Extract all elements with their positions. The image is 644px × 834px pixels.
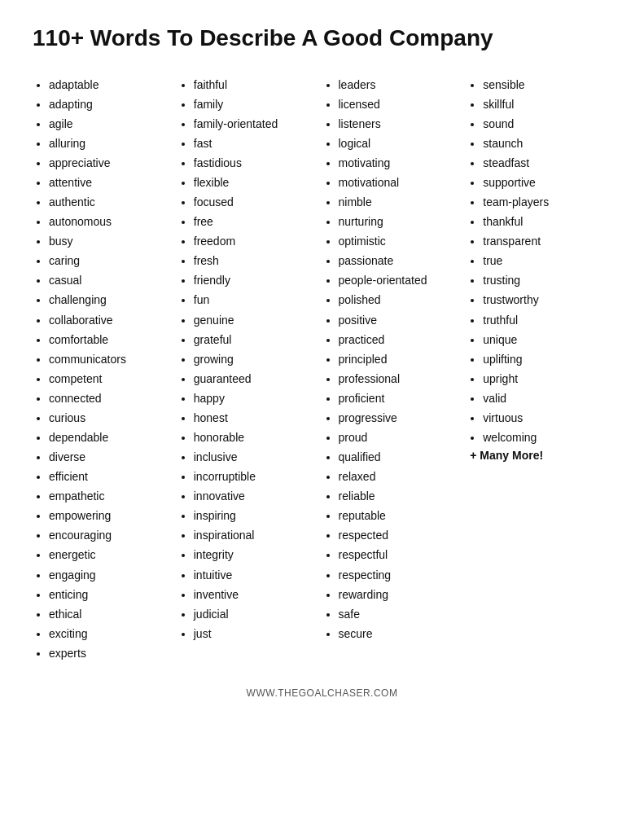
list-item: leaders [339,75,459,94]
list-item: inspiring [194,506,314,525]
list-item: exciting [49,624,169,643]
list-item: optimistic [339,231,459,251]
list-item: integrity [194,545,314,564]
list-item: agile [49,114,169,134]
list-item: fresh [194,251,314,270]
list-item: competent [49,369,169,388]
footer-url: WWW.THEGOALCHASER.COM [33,687,611,699]
list-item: trustworthy [483,290,603,309]
list-item: thankful [483,212,603,231]
list-item: practiced [339,330,459,349]
list-item: guaranteed [194,369,314,388]
list-item: progressive [339,408,459,428]
list-item: focused [194,192,314,212]
list-item: upright [483,369,603,388]
list-item: comfortable [49,330,169,349]
list-item: respectful [339,545,459,564]
list-item: professional [339,369,459,388]
list-item: welcoming [483,428,603,447]
list-item: inspirational [194,525,314,545]
list-item: just [194,624,314,643]
list-item: reliable [339,486,459,506]
list-item: efficient [49,467,169,486]
list-item: people-orientated [339,270,459,290]
list-item: reputable [339,506,459,525]
list-item: happy [194,388,314,408]
list-item: passionate [339,251,459,270]
list-item: freedom [194,231,314,251]
list-item: empowering [49,506,169,525]
word-columns: adaptableadaptingagilealluringappreciati… [33,75,611,663]
list-item: true [483,251,603,270]
list-item: respected [339,525,459,545]
list-item: curious [49,408,169,428]
list-item: empathetic [49,486,169,506]
list-item: family [194,94,314,114]
list-item: secure [339,624,459,643]
list-item: motivational [339,173,459,192]
list-item: attentive [49,173,169,192]
list-item: communicators [49,349,169,369]
column-3: leaderslicensedlistenerslogicalmotivatin… [322,75,467,663]
list-item: licensed [339,94,459,114]
list-item: adaptable [49,75,169,94]
list-item: dependable [49,428,169,447]
list-item: skillful [483,94,603,114]
list-item: sound [483,114,603,134]
list-item: principled [339,349,459,369]
list-item: valid [483,388,603,408]
column-4: sensibleskillfulsoundstaunchsteadfastsup… [467,75,611,663]
list-item: proud [339,428,459,447]
list-item: flexible [194,173,314,192]
list-item: trusting [483,270,603,290]
list-item: team-players [483,192,603,212]
column-1: adaptableadaptingagilealluringappreciati… [33,75,177,663]
list-item: authentic [49,192,169,212]
list-item: staunch [483,134,603,153]
list-item: challenging [49,290,169,309]
list-item: intuitive [194,565,314,585]
list-item: alluring [49,134,169,153]
list-item: truthful [483,310,603,330]
list-item: honorable [194,428,314,447]
list-item: nimble [339,192,459,212]
page-title: 110+ Words To Describe A Good Company [33,24,611,52]
list-item: friendly [194,270,314,290]
list-item: unique [483,330,603,349]
list-item: casual [49,270,169,290]
list-item: fastidious [194,153,314,173]
list-item: safe [339,604,459,624]
list-item: faithful [194,75,314,94]
list-item: collaborative [49,310,169,330]
list-item: judicial [194,604,314,624]
list-item: connected [49,388,169,408]
plus-more-label: + Many More! [467,449,603,462]
list-item: uplifting [483,349,603,369]
list-item: engaging [49,565,169,585]
list-item: rewarding [339,585,459,604]
list-item: qualified [339,447,459,467]
list-item: transparent [483,231,603,251]
list-item: grateful [194,330,314,349]
list-item: proficient [339,388,459,408]
list-item: inclusive [194,447,314,467]
list-item: innovative [194,486,314,506]
list-item: busy [49,231,169,251]
list-item: enticing [49,585,169,604]
list-item: family-orientated [194,114,314,134]
list-item: supportive [483,173,603,192]
list-item: ethical [49,604,169,624]
list-item: genuine [194,310,314,330]
list-item: autonomous [49,212,169,231]
list-item: growing [194,349,314,369]
column-2: faithfulfamilyfamily-orientatedfastfasti… [177,75,322,663]
list-item: fast [194,134,314,153]
list-item: experts [49,643,169,663]
list-item: relaxed [339,467,459,486]
list-item: positive [339,310,459,330]
list-item: adapting [49,94,169,114]
list-item: respecting [339,565,459,585]
list-item: appreciative [49,153,169,173]
list-item: encouraging [49,525,169,545]
list-item: listeners [339,114,459,134]
